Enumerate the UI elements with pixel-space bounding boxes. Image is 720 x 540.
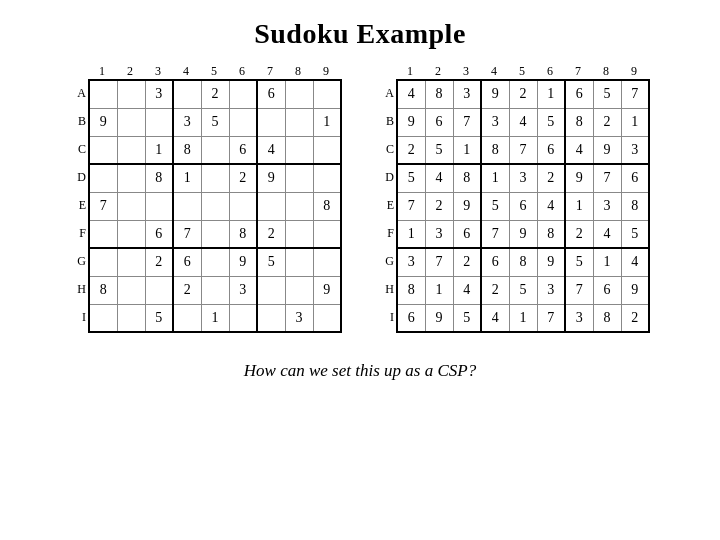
puzzle-table: 32693511864812978678226958239513: [88, 79, 342, 333]
table-cell: 1: [425, 276, 453, 304]
table-cell: 2: [509, 80, 537, 108]
table-cell: [313, 80, 341, 108]
table-cell: [229, 192, 257, 220]
table-cell: 1: [145, 136, 173, 164]
row-label: H: [70, 275, 88, 303]
table-cell: 6: [621, 164, 649, 192]
row-label: B: [378, 107, 396, 135]
table-cell: 6: [397, 304, 425, 332]
table-cell: 6: [593, 276, 621, 304]
table-cell: 8: [425, 80, 453, 108]
table-cell: [117, 276, 145, 304]
table-cell: 4: [453, 276, 481, 304]
table-cell: [89, 80, 117, 108]
table-cell: 4: [397, 80, 425, 108]
table-cell: 6: [425, 108, 453, 136]
table-cell: 2: [481, 276, 509, 304]
table-cell: [229, 304, 257, 332]
table-cell: 6: [145, 220, 173, 248]
table-cell: 9: [397, 108, 425, 136]
table-cell: [313, 248, 341, 276]
col-label: 3: [452, 64, 480, 79]
table-cell: 5: [621, 220, 649, 248]
row-label: I: [70, 303, 88, 331]
table-cell: [285, 164, 313, 192]
puzzle-col-labels: 123456789: [88, 64, 340, 79]
table-cell: 2: [593, 108, 621, 136]
table-cell: 9: [481, 80, 509, 108]
row-label: A: [378, 79, 396, 107]
table-cell: 5: [397, 164, 425, 192]
col-label: 1: [88, 64, 116, 79]
table-cell: 5: [425, 136, 453, 164]
table-cell: 9: [621, 276, 649, 304]
table-cell: 9: [593, 136, 621, 164]
table-cell: [201, 136, 229, 164]
table-cell: [313, 164, 341, 192]
table-cell: 1: [201, 304, 229, 332]
table-cell: [89, 220, 117, 248]
table-cell: 5: [537, 108, 565, 136]
row-label: C: [378, 135, 396, 163]
col-label: 6: [536, 64, 564, 79]
table-cell: 3: [565, 304, 593, 332]
table-cell: 1: [313, 108, 341, 136]
table-cell: 7: [537, 304, 565, 332]
col-label: 9: [620, 64, 648, 79]
table-cell: 8: [397, 276, 425, 304]
table-cell: 3: [285, 304, 313, 332]
row-label: D: [70, 163, 88, 191]
table-cell: 5: [145, 304, 173, 332]
table-cell: 2: [173, 276, 201, 304]
table-cell: [89, 304, 117, 332]
table-cell: 9: [509, 220, 537, 248]
col-label: 2: [116, 64, 144, 79]
table-cell: 4: [509, 108, 537, 136]
table-cell: 3: [481, 108, 509, 136]
table-cell: 1: [481, 164, 509, 192]
table-cell: 3: [621, 136, 649, 164]
table-cell: 5: [481, 192, 509, 220]
table-cell: 1: [537, 80, 565, 108]
table-cell: 6: [453, 220, 481, 248]
table-cell: 4: [481, 304, 509, 332]
col-label: 7: [564, 64, 592, 79]
table-cell: 7: [621, 80, 649, 108]
table-cell: [285, 136, 313, 164]
solution-row-labels: ABCDEFGHI: [378, 79, 396, 333]
table-cell: 6: [173, 248, 201, 276]
table-cell: 9: [537, 248, 565, 276]
solution-grid-body: ABCDEFGHI 483921657967345821251876493548…: [378, 79, 650, 333]
table-cell: 1: [453, 136, 481, 164]
table-cell: 3: [509, 164, 537, 192]
table-cell: 1: [173, 164, 201, 192]
table-cell: 8: [173, 136, 201, 164]
page-title: Sudoku Example: [254, 18, 466, 50]
table-cell: 9: [257, 164, 285, 192]
table-cell: [173, 80, 201, 108]
table-cell: [117, 248, 145, 276]
table-cell: [117, 136, 145, 164]
table-cell: 9: [229, 248, 257, 276]
table-cell: 5: [257, 248, 285, 276]
table-cell: 4: [425, 164, 453, 192]
col-label: 4: [172, 64, 200, 79]
table-cell: [313, 304, 341, 332]
table-cell: 3: [229, 276, 257, 304]
table-cell: 3: [537, 276, 565, 304]
table-cell: [201, 164, 229, 192]
table-cell: [285, 192, 313, 220]
table-cell: 8: [565, 108, 593, 136]
table-cell: [313, 220, 341, 248]
col-label: 2: [424, 64, 452, 79]
table-cell: 1: [621, 108, 649, 136]
table-cell: 8: [313, 192, 341, 220]
table-cell: 2: [565, 220, 593, 248]
table-cell: 7: [593, 164, 621, 192]
table-cell: 6: [565, 80, 593, 108]
table-cell: 9: [453, 192, 481, 220]
row-label: G: [70, 247, 88, 275]
table-cell: [117, 80, 145, 108]
row-label: F: [378, 219, 396, 247]
row-label: E: [378, 191, 396, 219]
